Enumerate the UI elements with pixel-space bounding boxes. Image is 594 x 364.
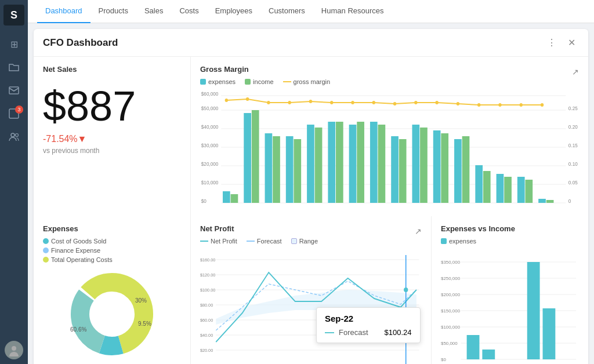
sidebar: S ⊞ 3: [0, 0, 28, 364]
more-options-button[interactable]: ⋮: [544, 36, 560, 49]
svg-rect-40: [378, 125, 386, 203]
nav-employees[interactable]: Employees: [207, 0, 260, 23]
svg-text:$50,000: $50,000: [441, 341, 458, 346]
svg-point-69: [477, 103, 480, 107]
svg-text:$160.00: $160.00: [200, 257, 215, 263]
svg-text:$120.00: $120.00: [200, 272, 215, 278]
svg-point-70: [498, 103, 501, 107]
svg-rect-31: [286, 136, 294, 203]
svg-text:$50,000: $50,000: [201, 105, 219, 111]
nav-dashboard[interactable]: Dashboard: [37, 0, 90, 23]
legend-evi-expenses: expenses: [441, 238, 476, 245]
svg-text:60.6%: 60.6%: [70, 326, 86, 333]
svg-rect-51: [497, 174, 504, 203]
net-profit-legend: Net Profit Forecast Range: [200, 238, 422, 245]
svg-rect-26: [231, 194, 238, 203]
legend-expenses-color: [200, 79, 206, 85]
expenses-vs-income-chart: $0 $50,000 $100,000 $150,000 $200,000 $2…: [441, 249, 579, 364]
net-profit-panel: Net Profit ↗ Net Profit Forecast: [191, 216, 431, 364]
svg-point-3: [16, 134, 19, 137]
svg-point-66: [414, 101, 417, 104]
expenses-vs-income-panel: Expenses vs Income expenses: [432, 216, 588, 364]
badge-number-icon[interactable]: 3: [3, 104, 24, 123]
svg-text:$60.00: $60.00: [200, 318, 213, 323]
svg-point-71: [520, 103, 523, 107]
svg-text:$0: $0: [201, 198, 207, 204]
gross-margin-expand-icon[interactable]: ↗: [572, 67, 579, 77]
legend-totalops-color: [43, 257, 49, 263]
cfo-title: CFO Dashboard: [43, 37, 118, 49]
svg-point-60: [288, 101, 291, 104]
svg-text:0.05: 0.05: [568, 180, 578, 185]
legend-range: Range: [291, 238, 318, 245]
svg-rect-54: [525, 180, 533, 203]
folder-icon[interactable]: [3, 58, 24, 77]
legend-income-color: [245, 79, 251, 85]
svg-text:$150,000: $150,000: [441, 308, 461, 314]
cfo-header: CFO Dashboard ⋮ ✕: [34, 29, 588, 57]
close-button[interactable]: ✕: [564, 36, 579, 49]
svg-rect-34: [315, 128, 323, 203]
svg-text:0.10: 0.10: [568, 161, 578, 167]
svg-rect-138: [527, 262, 540, 359]
legend-evi-color: [441, 238, 447, 244]
svg-rect-139: [543, 308, 556, 359]
svg-rect-37: [349, 125, 357, 203]
svg-rect-42: [399, 139, 407, 203]
nav-costs[interactable]: Costs: [171, 0, 207, 23]
svg-text:0.20: 0.20: [568, 124, 578, 130]
app-logo[interactable]: S: [3, 5, 24, 26]
net-profit-expand-icon[interactable]: ↗: [415, 227, 422, 236]
mail-icon[interactable]: [3, 81, 24, 100]
nav-human-resources[interactable]: Human Resources: [313, 0, 392, 23]
svg-text:$30,000: $30,000: [201, 143, 219, 148]
legend-range-color: [291, 238, 297, 244]
svg-text:30%: 30%: [135, 297, 147, 304]
net-profit-label: Net Profit: [200, 224, 234, 233]
svg-text:$250,000: $250,000: [441, 276, 461, 281]
svg-rect-41: [391, 136, 399, 203]
svg-text:$10,000: $10,000: [201, 180, 219, 185]
svg-rect-36: [336, 122, 343, 203]
legend-forecast-color: [247, 241, 255, 242]
net-sales-panel: Net Sales $887 -71.54%▼ vs previous mont…: [34, 57, 190, 216]
main-area: Dashboard Products Sales Costs Employees…: [28, 0, 594, 364]
svg-rect-47: [454, 139, 462, 203]
svg-rect-29: [265, 133, 273, 203]
nav-sales[interactable]: Sales: [136, 0, 172, 23]
legend-grossmargin-color: [283, 81, 291, 82]
svg-point-114: [404, 287, 408, 292]
svg-point-67: [435, 101, 438, 104]
svg-point-65: [393, 102, 396, 105]
gross-margin-legend: expenses income gross margin: [200, 78, 579, 85]
svg-text:0: 0: [568, 198, 571, 204]
svg-rect-28: [252, 110, 259, 203]
net-sales-value: $887: [43, 85, 181, 127]
svg-rect-39: [370, 122, 378, 203]
avatar[interactable]: [5, 341, 23, 359]
svg-rect-30: [273, 136, 280, 203]
nav-products[interactable]: Products: [90, 0, 136, 23]
users-icon[interactable]: [3, 128, 24, 146]
nav-customers[interactable]: Customers: [260, 0, 313, 23]
svg-point-4: [12, 346, 16, 351]
svg-point-63: [351, 101, 354, 104]
svg-point-57: [225, 99, 228, 102]
svg-rect-33: [307, 125, 314, 203]
svg-text:$0: $0: [441, 357, 446, 362]
gross-margin-panel: Gross Margin ↗ expenses income: [191, 57, 588, 216]
grid-icon[interactable]: ⊞: [3, 35, 24, 53]
svg-point-68: [457, 102, 459, 105]
legend-cogs-color: [43, 238, 49, 244]
legend-finance-color: [43, 247, 49, 253]
gross-margin-label: Gross Margin: [200, 65, 249, 74]
svg-rect-0: [9, 87, 19, 94]
svg-text:0.15: 0.15: [568, 143, 578, 148]
gross-margin-chart: $0 $10,000 $20,000 $30,000 $40,000 $50,0…: [200, 90, 579, 208]
svg-text:$60,000: $60,000: [201, 91, 219, 97]
svg-text:$100,000: $100,000: [441, 325, 461, 330]
svg-rect-48: [462, 136, 470, 203]
expenses-vs-income-label: Expenses vs Income: [441, 224, 579, 233]
svg-rect-53: [517, 177, 525, 203]
svg-point-62: [330, 101, 333, 104]
